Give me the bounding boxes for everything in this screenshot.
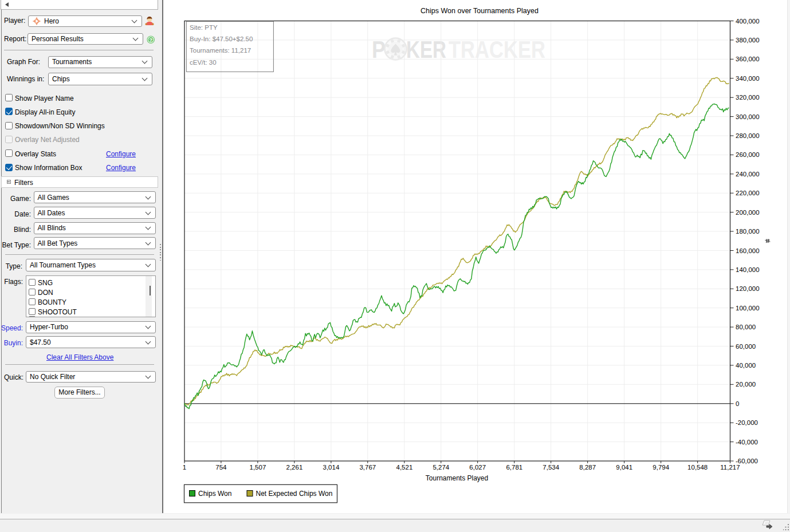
- svg-text:160,000: 160,000: [736, 247, 760, 254]
- svg-text:280,000: 280,000: [736, 132, 760, 139]
- svg-text:1: 1: [183, 464, 186, 471]
- svg-text:Chips Won: Chips Won: [198, 490, 231, 498]
- svg-text:20,000: 20,000: [736, 381, 756, 388]
- svg-text:200,000: 200,000: [736, 209, 760, 216]
- svg-text:2,261: 2,261: [286, 464, 303, 471]
- svg-text:Site: PTY: Site: PTY: [190, 24, 218, 31]
- svg-text:10,548: 10,548: [687, 464, 708, 471]
- svg-text:3,014: 3,014: [323, 464, 340, 471]
- svg-text:3,767: 3,767: [359, 464, 376, 471]
- svg-text:Tournaments Played: Tournaments Played: [426, 474, 488, 482]
- svg-text:340,000: 340,000: [736, 75, 760, 82]
- svg-text:380,000: 380,000: [736, 37, 760, 44]
- svg-text:80,000: 80,000: [736, 324, 756, 330]
- svg-text:40,000: 40,000: [736, 362, 756, 369]
- svg-text:360,000: 360,000: [736, 56, 760, 62]
- svg-text:-20,000: -20,000: [736, 419, 758, 426]
- svg-text:120,000: 120,000: [736, 285, 760, 292]
- svg-text:Chips Won over Tournaments Pla: Chips Won over Tournaments Played: [420, 7, 539, 15]
- svg-text:Net Expected Chips Won: Net Expected Chips Won: [256, 490, 333, 498]
- svg-text:1,507: 1,507: [250, 464, 266, 471]
- svg-text:100,000: 100,000: [736, 305, 760, 312]
- svg-text:9,041: 9,041: [616, 464, 632, 471]
- svg-text:9,794: 9,794: [653, 464, 669, 471]
- svg-text:Tournaments: 11,217: Tournaments: 11,217: [190, 47, 251, 54]
- svg-text:320,000: 320,000: [736, 94, 760, 101]
- svg-text:300,000: 300,000: [736, 113, 760, 120]
- svg-text:260,000: 260,000: [736, 151, 760, 158]
- svg-text:6,027: 6,027: [469, 464, 486, 471]
- svg-text:Buy-In: $47.50+$2.50: Buy-In: $47.50+$2.50: [190, 36, 253, 42]
- svg-text:?: ?: [149, 37, 152, 43]
- svg-text:180,000: 180,000: [736, 228, 760, 235]
- svg-text:-40,000: -40,000: [736, 439, 758, 446]
- svg-text:220,000: 220,000: [736, 190, 760, 196]
- svg-text:cEV/t: 30: cEV/t: 30: [190, 59, 217, 66]
- svg-text:8,287: 8,287: [579, 464, 596, 471]
- svg-text:7,534: 7,534: [543, 464, 559, 471]
- svg-text:140,000: 140,000: [736, 266, 760, 273]
- svg-text:400,000: 400,000: [736, 18, 760, 25]
- svg-text:240,000: 240,000: [736, 171, 760, 178]
- svg-text:4,521: 4,521: [396, 464, 413, 471]
- svg-text:11,217: 11,217: [720, 464, 740, 471]
- svg-text:60,000: 60,000: [736, 343, 756, 350]
- svg-text:0: 0: [736, 400, 739, 407]
- svg-text:754: 754: [215, 464, 227, 471]
- svg-text:5,274: 5,274: [433, 464, 449, 471]
- svg-text:6,781: 6,781: [506, 464, 522, 471]
